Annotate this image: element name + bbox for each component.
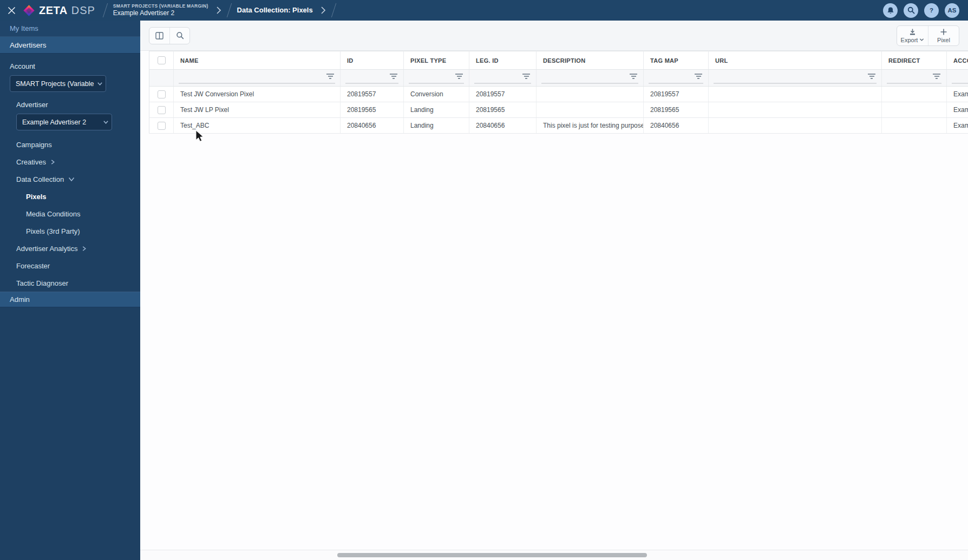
cell-redirect <box>882 87 947 102</box>
notifications-button[interactable] <box>883 3 898 18</box>
cell-redirect <box>882 118 947 134</box>
table-header-row: NAME ID PIXEL TYPE LEG. ID DESCRIPTION T… <box>149 51 968 70</box>
global-search-button[interactable] <box>904 3 918 18</box>
description-filter-input[interactable] <box>541 75 638 84</box>
cell-id: 20819565 <box>341 102 404 118</box>
sidebar-item-advertisers[interactable]: Advertisers <box>0 37 140 54</box>
filter-icon[interactable] <box>455 74 463 80</box>
row-checkbox[interactable] <box>158 122 166 130</box>
advertiser-select[interactable]: Example Advertiser 2 <box>16 114 112 130</box>
sidebar-item-pixels-3rd-party[interactable]: Pixels (3rd Party) <box>0 222 140 240</box>
nav-label: Data Collection <box>16 175 64 183</box>
sidebar-item-pixels[interactable]: Pixels <box>0 188 140 205</box>
grid-search-button[interactable] <box>169 28 189 44</box>
filter-cell-redirect <box>882 70 947 87</box>
breadcrumb-page-title: Data Collection: Pixels <box>237 6 313 15</box>
advertiser-label: Advertiser <box>16 101 140 109</box>
chevron-down-icon <box>96 81 103 87</box>
breadcrumb-account-name: SMART PROJECTS (VARIABLE MARGIN) <box>113 3 208 9</box>
bell-icon <box>887 6 894 15</box>
column-header-name[interactable]: NAME <box>174 51 341 70</box>
account-label: Account <box>10 62 140 70</box>
cell-leg-id: 20819557 <box>469 87 537 102</box>
account-select-value: SMART Projects (Variable M <box>16 80 101 88</box>
column-header-leg-id[interactable]: LEG. ID <box>469 51 537 70</box>
sidebar-item-creatives[interactable]: Creatives <box>0 153 140 170</box>
columns-icon <box>155 32 163 39</box>
sidebar-item-campaigns[interactable]: Campaigns <box>0 136 140 153</box>
scrollbar-thumb[interactable] <box>337 553 647 557</box>
table-row[interactable]: Test JW LP Pixel 20819565 Landing 208195… <box>149 102 968 118</box>
filter-icon[interactable] <box>629 74 638 80</box>
sidebar-nav: Campaigns Creatives Data Collection Pixe… <box>0 136 140 292</box>
cell-url <box>709 87 882 102</box>
add-pixel-button[interactable]: Pixel <box>928 26 959 45</box>
cell-account: Example Advertiser 2 <box>947 118 968 134</box>
filter-icon[interactable] <box>522 74 531 80</box>
chevron-down-icon <box>68 177 75 182</box>
table-row[interactable]: Test_ABC 20840656 Landing 20840656 This … <box>149 118 968 134</box>
filter-icon[interactable] <box>694 74 703 80</box>
column-header-tag-map[interactable]: TAG MAP <box>644 51 709 70</box>
column-settings-button[interactable] <box>149 28 169 44</box>
grid-toolbar: Export Pixel <box>140 21 968 51</box>
column-header-account[interactable]: ACCOUNT <box>947 51 968 70</box>
chevron-right-icon[interactable] <box>216 6 221 15</box>
plus-icon <box>940 28 947 36</box>
column-header-id[interactable]: ID <box>341 51 404 70</box>
name-filter-input[interactable] <box>179 75 335 84</box>
sidebar-item-forecaster[interactable]: Forecaster <box>0 257 140 274</box>
filter-icon[interactable] <box>932 74 941 80</box>
table-row[interactable]: Test JW Conversion Pixel 20819557 Conver… <box>149 87 968 102</box>
app-window: ZETA DSP SMART PROJECTS (VARIABLE MARGIN… <box>0 0 968 560</box>
close-icon[interactable] <box>0 0 23 21</box>
my-items-label: My Items <box>10 24 38 32</box>
topbar: ZETA DSP SMART PROJECTS (VARIABLE MARGIN… <box>0 0 968 21</box>
cell-name: Test_ABC <box>174 118 341 134</box>
download-icon <box>908 28 917 36</box>
avatar-initials: AS <box>948 7 957 14</box>
account-filter-input[interactable] <box>952 75 968 84</box>
question-mark-icon: ? <box>930 7 933 14</box>
sidebar-item-advertiser-analytics[interactable]: Advertiser Analytics <box>0 240 140 257</box>
account-select[interactable]: SMART Projects (Variable M <box>10 75 106 92</box>
row-checkbox[interactable] <box>158 106 166 114</box>
cell-description <box>537 87 644 102</box>
filter-icon[interactable] <box>326 74 335 80</box>
help-button[interactable]: ? <box>924 3 939 18</box>
pixels-table-wrap: NAME ID PIXEL TYPE LEG. ID DESCRIPTION T… <box>149 51 968 134</box>
filter-cell-name <box>174 70 341 87</box>
cell-description <box>537 102 644 118</box>
horizontal-scrollbar[interactable] <box>140 550 968 560</box>
sidebar-item-data-collection[interactable]: Data Collection <box>0 170 140 188</box>
chevron-down-icon <box>102 119 109 125</box>
nav-label: Creatives <box>16 158 46 166</box>
breadcrumb-advertiser[interactable]: SMART PROJECTS (VARIABLE MARGIN) Example… <box>113 3 208 17</box>
chevron-right-icon <box>82 246 87 252</box>
column-header-description[interactable]: DESCRIPTION <box>537 51 644 70</box>
chevron-down-icon <box>919 38 924 42</box>
column-header-redirect[interactable]: REDIRECT <box>882 51 947 70</box>
export-button[interactable]: Export <box>897 26 928 45</box>
breadcrumb-current-page[interactable]: Data Collection: Pixels <box>237 6 313 15</box>
row-checkbox[interactable] <box>158 90 166 98</box>
sidebar-item-my-items[interactable]: My Items <box>0 21 140 37</box>
column-header-pixel-type[interactable]: PIXEL TYPE <box>404 51 469 70</box>
search-icon <box>176 31 184 39</box>
sidebar-item-media-conditions[interactable]: Media Conditions <box>0 205 140 222</box>
nav-label: Campaigns <box>16 141 52 149</box>
sidebar-item-tactic-diagnoser[interactable]: Tactic Diagnoser <box>0 274 140 292</box>
url-filter-input[interactable] <box>714 75 877 84</box>
filter-cell-url <box>709 70 882 87</box>
logo-text-zeta: ZETA <box>39 4 68 17</box>
zeta-dsp-logo[interactable]: ZETA DSP <box>23 4 95 17</box>
filter-icon[interactable] <box>867 74 876 80</box>
select-all-checkbox[interactable] <box>158 56 166 64</box>
nav-label: Pixels <box>26 193 47 201</box>
user-avatar[interactable]: AS <box>945 3 959 18</box>
sidebar-item-admin[interactable]: Admin <box>0 292 140 307</box>
chevron-right-icon[interactable] <box>321 6 326 15</box>
filter-icon[interactable] <box>389 74 398 80</box>
breadcrumb-divider <box>103 3 108 17</box>
column-header-url[interactable]: URL <box>709 51 882 70</box>
